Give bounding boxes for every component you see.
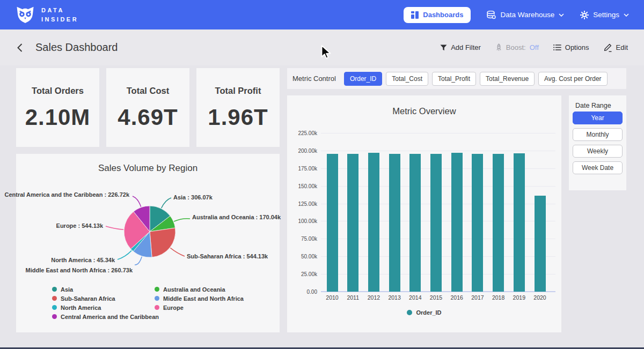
bar-2015 — [430, 154, 442, 292]
dashboard-grid-icon — [411, 11, 419, 19]
pie-legend-column-2: Australia and Oceania Middle East and No… — [155, 285, 244, 312]
legend-item-central-america-caribbean[interactable]: Central America and the Caribbean — [52, 312, 159, 321]
add-filter-label: Add Filter — [451, 43, 481, 51]
legend-dot-sub-saharan-africa — [52, 296, 57, 301]
dashboards-button[interactable]: Dashboards — [404, 7, 471, 23]
legend-label: Europe — [163, 305, 184, 311]
pie-leader-line — [106, 226, 123, 229]
bar-2011 — [347, 154, 358, 292]
gear-icon — [580, 11, 589, 19]
settings-menu[interactable]: Settings — [580, 11, 629, 19]
x-axis-tick: 2012 — [363, 294, 384, 301]
legend-item-asia[interactable]: Asia — [52, 285, 159, 294]
pie-label-central-america-caribbean: Central America and the Caribbean : 226.… — [4, 191, 129, 198]
metric-button-order-id[interactable]: Order_ID — [344, 72, 382, 86]
pie-label-middle-east-north-africa: Middle East and North Africa : 260.73k — [26, 267, 133, 273]
pie-leader-line — [118, 250, 131, 259]
y-axis-tick: 25.00k — [287, 271, 317, 277]
legend-dot-north-america — [52, 305, 57, 310]
bar-2018 — [493, 154, 504, 292]
pie-label-sub-saharan-africa: Sub-Saharan Africa : 544.13k — [187, 253, 268, 259]
boost-toggle[interactable]: Boost: Off — [495, 43, 539, 51]
pie-leader-line — [174, 219, 190, 221]
y-axis-tick: 50.00k — [287, 254, 317, 259]
metric-control-label: Metric Control — [292, 75, 336, 83]
gridline — [321, 151, 555, 151]
bar-2010 — [327, 154, 338, 292]
edit-label: Edit — [616, 43, 628, 51]
add-filter-button[interactable]: Add Filter — [440, 43, 481, 51]
owl-logo-icon — [15, 5, 35, 24]
x-axis-tick: 2019 — [508, 294, 530, 301]
bar-2020 — [535, 196, 546, 292]
legend-item-middle-east-north-africa[interactable]: Middle East and North Africa — [155, 294, 244, 303]
kpi-card-total-profit: Total Profit 1.96T — [196, 68, 280, 147]
boost-state: Off — [530, 43, 539, 51]
legend-label: Middle East and North Africa — [163, 295, 244, 302]
filter-funnel-icon — [440, 44, 447, 51]
pie-legend-column-1: Asia Sub-Saharan Africa North America Ce… — [52, 285, 159, 321]
x-axis-tick: 2017 — [467, 294, 488, 301]
legend-dot-central-america-caribbean — [52, 314, 57, 319]
legend-item-north-america[interactable]: North America — [52, 303, 159, 312]
metric-button-avg-cost-per-order[interactable]: Avg. Cost per Order — [538, 72, 608, 86]
top-navbar: DATA INSIDER Dashboards D — [0, 0, 644, 29]
pie-label-europe: Europe : 544.13k — [56, 222, 103, 229]
y-axis-tick: 100.00k — [287, 218, 317, 224]
metric-button-total-revenue[interactable]: Total_Revenue — [480, 72, 535, 86]
legend-dot-asia — [52, 287, 57, 292]
settings-label: Settings — [593, 11, 619, 19]
pie-leader-line — [162, 198, 171, 208]
legend-label: Asia — [61, 286, 73, 293]
metric-button-total-profit[interactable]: Total_Profit — [432, 72, 476, 86]
pencil-edit-icon — [604, 43, 612, 52]
x-axis-tick: 2016 — [446, 294, 467, 301]
gridline — [321, 133, 555, 133]
legend-item-sub-saharan-africa[interactable]: Sub-Saharan Africa — [52, 294, 159, 303]
bar-legend-label: Order_ID — [416, 309, 441, 316]
bar-chart-legend[interactable]: Order_ID — [287, 309, 561, 316]
bar-2019 — [514, 153, 525, 292]
kpi-card-total-orders: Total Orders 2.10M — [16, 68, 99, 147]
database-icon — [487, 11, 496, 19]
data-warehouse-menu[interactable]: Data Warehouse — [487, 11, 564, 19]
legend-dot-australia-oceania — [155, 287, 159, 292]
pie-chart-card: Sales Volume by Region Asia : 306.07k Au… — [16, 154, 280, 332]
brand-name: DATA INSIDER — [41, 6, 78, 24]
pie-label-australia-oceania: Australia and Oceania : 170.04k — [192, 214, 281, 220]
x-axis-tick: 2010 — [321, 294, 343, 301]
kpi-value: 2.10M — [16, 105, 99, 130]
kpi-card-total-cost: Total Cost 4.69T — [106, 68, 189, 147]
kpi-value: 4.69T — [106, 105, 189, 130]
date-range-monthly-button[interactable]: Monthly — [573, 128, 623, 141]
pie-leader-line — [135, 257, 142, 265]
date-range-week-date-button[interactable]: Week Date — [573, 161, 623, 174]
y-axis-tick: 175.00k — [287, 166, 317, 172]
pie-leader-line — [170, 248, 185, 256]
legend-label: Australia and Oceania — [163, 286, 225, 293]
bar-2017 — [472, 154, 483, 292]
options-label: Options — [565, 43, 589, 51]
pie-slice-sub-saharan-africa — [150, 228, 175, 257]
y-axis-tick: 0.00 — [287, 289, 317, 295]
back-button[interactable] — [16, 43, 24, 53]
options-button[interactable]: Options — [553, 43, 589, 51]
date-range-weekly-button[interactable]: Weekly — [573, 145, 623, 158]
legend-item-europe[interactable]: Europe — [155, 303, 244, 312]
legend-item-australia-oceania[interactable]: Australia and Oceania — [155, 285, 244, 294]
metric-button-total-cost[interactable]: Total_Cost — [386, 72, 428, 86]
metric-control-bar: Metric Control Order_ID Total_Cost Total… — [287, 68, 626, 89]
chevron-down-icon — [559, 13, 564, 17]
x-axis-tick: 2020 — [529, 294, 551, 301]
date-range-year-button[interactable]: Year — [573, 112, 623, 124]
kpi-value: 1.96T — [196, 105, 280, 130]
x-axis-tick: 2014 — [405, 294, 426, 301]
dashboards-label: Dashboards — [423, 11, 463, 19]
x-axis-tick: 2013 — [384, 294, 405, 301]
y-axis-tick: 125.00k — [287, 201, 317, 207]
mouse-cursor — [321, 45, 333, 61]
rocket-icon — [495, 43, 502, 51]
legend-dot-europe — [155, 305, 159, 310]
bar-legend-dot — [407, 310, 412, 315]
edit-button[interactable]: Edit — [604, 43, 628, 52]
